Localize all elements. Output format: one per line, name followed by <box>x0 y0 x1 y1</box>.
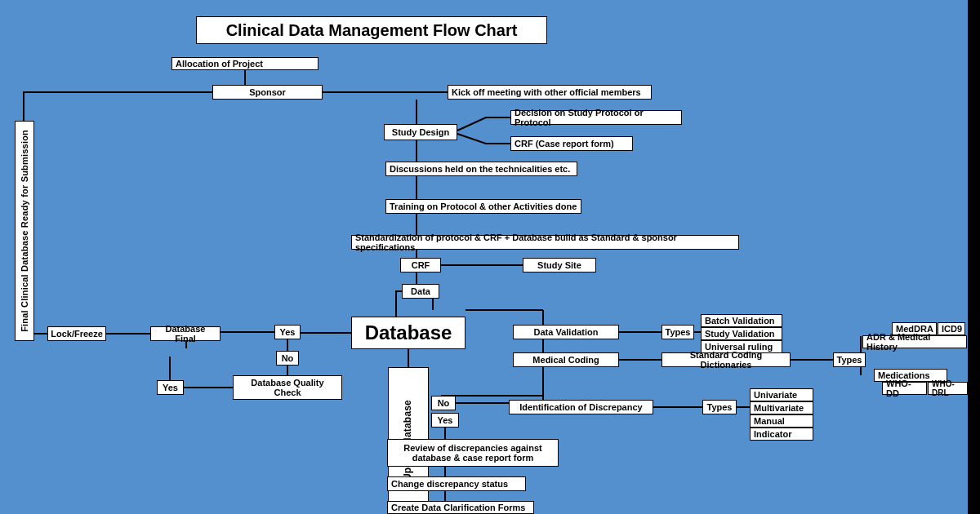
flowchart-canvas: Clinical Data Management Flow Chart Allo… <box>0 0 968 514</box>
node-create-dcf: Create Data Clarification Forms <box>387 501 534 514</box>
node-allocation: Allocation of Project <box>172 57 318 70</box>
node-who-drl: WHO-DRL <box>928 382 968 395</box>
node-batch-validation: Batch Validation <box>701 314 782 327</box>
node-change-status: Change discrepancy status <box>387 476 526 491</box>
connector-lines <box>0 0 968 514</box>
node-database: Database <box>351 317 466 349</box>
node-types-3: Types <box>702 400 737 414</box>
node-study-design: Study Design <box>384 124 457 140</box>
node-study-validation: Study Validation <box>701 327 782 340</box>
node-data: Data <box>402 284 439 299</box>
node-adr-medhist: ADR & Medical History <box>862 335 967 348</box>
node-who-dd: WHO-DD <box>882 382 927 395</box>
node-yes-3: Yes <box>431 413 459 428</box>
node-review-disc: Review of discrepancies against database… <box>387 439 559 467</box>
chart-title: Clinical Data Management Flow Chart <box>196 16 547 44</box>
node-final-db-ready: Final Clinical Database Ready for Submis… <box>15 121 34 341</box>
node-types-2: Types <box>833 352 866 367</box>
node-discussions: Discussions held on the technicalities e… <box>385 162 577 176</box>
node-db-final: Database Final <box>150 326 220 341</box>
node-indicator: Indicator <box>750 428 813 441</box>
node-sponsor: Sponsor <box>212 85 323 100</box>
node-univariate: Univariate <box>750 388 813 401</box>
right-border-bar <box>968 0 980 514</box>
node-no-2: No <box>431 396 456 410</box>
node-manual: Manual <box>750 414 813 428</box>
node-lock-freeze: Lock/Freeze <box>47 326 106 341</box>
final-db-ready-label: Final Clinical Database Ready for Submis… <box>20 130 29 332</box>
node-study-site: Study Site <box>523 258 596 273</box>
node-crf: CRF <box>400 258 441 273</box>
node-no-1: No <box>276 351 299 366</box>
node-types-1: Types <box>662 325 694 339</box>
node-data-validation: Data Validation <box>513 325 619 339</box>
node-yes-2: Yes <box>157 380 184 395</box>
node-training: Training on Protocol & other Activities … <box>385 199 581 214</box>
node-std-coding-dict: Standard Coding Dictionaries <box>662 352 791 367</box>
node-yes-1: Yes <box>274 325 301 339</box>
node-crf-form: CRF (Case report form) <box>510 136 633 151</box>
node-db-quality: Database Quality Check <box>233 375 342 400</box>
node-medical-coding: Medical Coding <box>513 352 619 367</box>
node-kickoff: Kick off meeting with other official mem… <box>448 85 652 100</box>
node-identification: Identification of Discrepancy <box>509 400 653 414</box>
node-multivariate: Multivariate <box>750 401 813 414</box>
node-standardization: Standardization of protocol & CRF + Data… <box>351 235 739 250</box>
node-decision-protocol: Decision on Study Protocol or Protocol <box>510 110 682 125</box>
